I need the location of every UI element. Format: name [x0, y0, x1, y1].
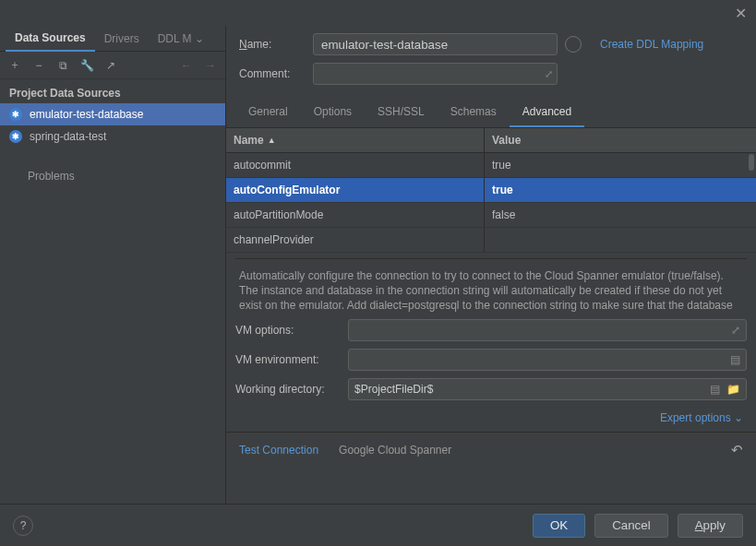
spanner-icon: ✱: [9, 108, 22, 121]
expert-options-link[interactable]: Expert options ⌄: [226, 410, 756, 426]
detail-tabs: General Options SSH/SSL Schemas Advanced: [226, 98, 756, 128]
tab-general[interactable]: General: [235, 98, 301, 127]
left-panel: Data Sources Drivers DDL M ⌄ ＋ − ⧉ 🔧 ↗ ←…: [0, 26, 226, 504]
data-source-label: spring-data-test: [30, 130, 106, 143]
apply-button[interactable]: Apply: [678, 514, 743, 538]
comment-input[interactable]: ⤢: [313, 63, 558, 85]
column-header-value[interactable]: Value: [485, 128, 756, 152]
dialog-footer: ? OK Cancel Apply: [0, 504, 756, 546]
data-source-label: emulator-test-database: [30, 108, 143, 121]
list-icon[interactable]: ▤: [710, 383, 720, 396]
test-connection-link[interactable]: Test Connection: [239, 444, 318, 457]
revert-icon[interactable]: ↶: [731, 442, 743, 458]
spanner-icon: ✱: [9, 130, 22, 143]
back-icon[interactable]: ←: [179, 58, 194, 73]
prop-name: autoPartitionMode: [226, 203, 485, 227]
tab-ssh-ssl[interactable]: SSH/SSL: [365, 98, 438, 127]
chevron-down-icon[interactable]: ⌄: [195, 32, 204, 45]
color-icon[interactable]: [565, 36, 582, 53]
forward-icon[interactable]: →: [203, 58, 218, 73]
left-tabs: Data Sources Drivers DDL M ⌄: [0, 26, 225, 52]
expand-icon[interactable]: ⤢: [545, 68, 553, 80]
left-toolbar: ＋ − ⧉ 🔧 ↗ ← →: [0, 52, 225, 79]
vm-env-input[interactable]: ▤: [348, 349, 747, 371]
scrollbar[interactable]: [749, 154, 754, 171]
prop-value[interactable]: true: [485, 178, 756, 202]
add-icon[interactable]: ＋: [7, 58, 22, 73]
expand-icon[interactable]: ⤢: [731, 324, 740, 337]
prop-value[interactable]: false: [485, 203, 756, 227]
prop-value[interactable]: true: [485, 153, 756, 177]
prop-name: channelProvider: [226, 228, 485, 252]
tab-ddl-mappings[interactable]: DDL M: [149, 27, 193, 51]
prop-name: autoConfigEmulator: [226, 178, 485, 202]
chevron-down-icon: ⌄: [734, 411, 743, 424]
cancel-button[interactable]: Cancel: [594, 514, 668, 538]
vm-options-label: VM options:: [235, 324, 341, 337]
duplicate-icon[interactable]: ⧉: [55, 58, 70, 73]
help-icon[interactable]: ?: [13, 516, 33, 536]
table-row[interactable]: channelProvider: [226, 228, 756, 253]
data-source-item[interactable]: ✱ spring-data-test: [0, 125, 225, 148]
driver-name: Google Cloud Spanner: [339, 444, 451, 457]
vm-env-label: VM environment:: [235, 353, 341, 366]
sort-asc-icon: ▲: [268, 136, 276, 145]
vm-options-input[interactable]: ⤢: [348, 319, 747, 341]
table-row[interactable]: autoPartitionMode false: [226, 203, 756, 228]
prop-name: autocommit: [226, 153, 485, 177]
name-input[interactable]: [313, 33, 558, 55]
right-panel: Name: Create DDL Mapping Comment: ⤢ Gene…: [226, 26, 756, 504]
working-dir-input[interactable]: $ProjectFileDir$ ▤ 📁: [348, 378, 747, 400]
list-icon[interactable]: ▤: [730, 353, 740, 366]
problems-item[interactable]: Problems: [0, 148, 225, 188]
name-label: Name:: [239, 38, 307, 51]
tab-advanced[interactable]: Advanced: [510, 98, 584, 127]
tab-schemas[interactable]: Schemas: [438, 98, 510, 127]
table-row[interactable]: autoConfigEmulator true: [226, 178, 756, 203]
prop-value[interactable]: [485, 228, 756, 252]
comment-label: Comment:: [239, 67, 307, 80]
data-source-item[interactable]: ✱ emulator-test-database: [0, 103, 225, 125]
close-icon[interactable]: ✕: [735, 5, 747, 22]
create-ddl-mapping-link[interactable]: Create DDL Mapping: [600, 38, 703, 51]
tab-drivers[interactable]: Drivers: [95, 27, 149, 51]
table-row[interactable]: autocommit true: [226, 153, 756, 178]
folder-icon[interactable]: 📁: [726, 383, 740, 396]
properties-table: Name▲ Value autocommit true autoConfigEm…: [226, 128, 756, 253]
tab-data-sources[interactable]: Data Sources: [6, 26, 95, 52]
section-project-data-sources: Project Data Sources: [0, 79, 225, 103]
property-description: Automatically configure the connection t…: [235, 258, 747, 312]
remove-icon[interactable]: −: [31, 58, 46, 73]
tab-options[interactable]: Options: [301, 98, 365, 127]
make-global-icon[interactable]: ↗: [103, 58, 118, 73]
wrench-icon[interactable]: 🔧: [79, 58, 94, 73]
column-header-name[interactable]: Name▲: [226, 128, 485, 152]
ok-button[interactable]: OK: [533, 514, 585, 538]
working-dir-label: Working directory:: [235, 383, 341, 396]
